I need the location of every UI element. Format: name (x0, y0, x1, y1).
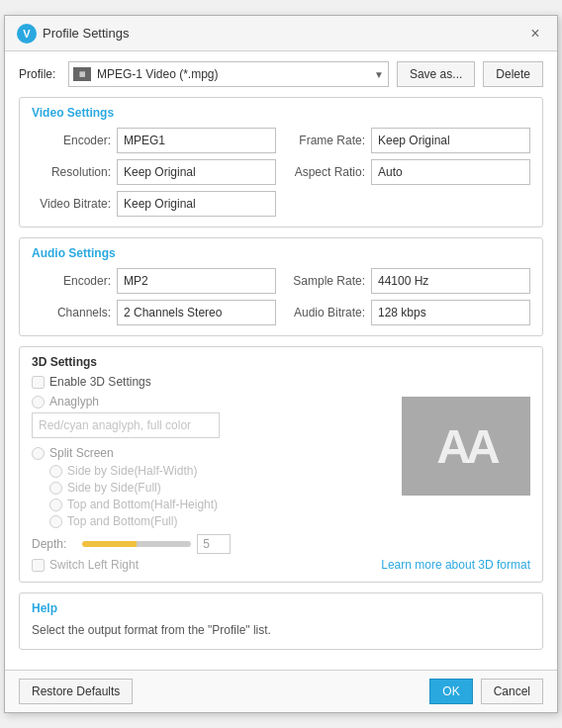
aspect-ratio-row: Aspect Ratio: Auto 4:3 16:9 (286, 159, 530, 185)
resolution-row: Resolution: Keep Original 1920x1080 1280… (32, 159, 276, 185)
enable-3d-row: Enable 3D Settings (32, 375, 530, 389)
save-as-button[interactable]: Save as... (397, 61, 475, 87)
sub-option-1-radio[interactable] (49, 465, 62, 478)
video-encoder-row: Encoder: MPEG1 MPEG2 H.264 (32, 128, 276, 153)
split-screen-row: Split Screen (32, 446, 371, 460)
sub-option-2-row: Side by Side(Full) (32, 481, 371, 495)
audio-bitrate-select[interactable]: 128 kbps 64 kbps 192 kbps 256 kbps (371, 300, 530, 325)
depth-slider[interactable] (82, 541, 191, 547)
aspect-ratio-control: Auto 4:3 16:9 (371, 159, 530, 185)
audio-bitrate-label: Audio Bitrate: (286, 306, 365, 319)
depth-row: Depth: (32, 534, 371, 554)
depth-label: Depth: (32, 537, 76, 551)
video-settings-title: Video Settings (32, 106, 530, 120)
sub-option-3-radio[interactable] (49, 499, 62, 511)
frame-rate-select[interactable]: Keep Original 24 fps 25 fps 30 fps (371, 128, 530, 153)
help-text: Select the output format from the "Profi… (32, 621, 530, 639)
channels-label: Channels: (32, 306, 111, 319)
anaglyph-label: Anaglyph (49, 395, 99, 409)
aspect-ratio-label: Aspect Ratio: (286, 165, 365, 179)
video-bitrate-control: Keep Original 1000 kbps 2000 kbps 4000 k… (117, 191, 276, 217)
sample-rate-row: Sample Rate: 44100 Hz 22050 Hz 11025 Hz (286, 268, 530, 294)
audio-bitrate-row: Audio Bitrate: 128 kbps 64 kbps 192 kbps… (286, 300, 530, 325)
profile-value: MPEG-1 Video (*.mpg) (97, 67, 370, 81)
resolution-select[interactable]: Keep Original 1920x1080 1280x720 640x480 (117, 159, 276, 185)
footer-right: OK Cancel (429, 679, 543, 704)
3d-right-panel: AA Learn more about 3D format (381, 395, 530, 572)
title-bar-left: V Profile Settings (17, 24, 129, 44)
title-bar: V Profile Settings × (5, 16, 557, 51)
audio-encoder-row: Encoder: MP2 MP3 AAC (32, 268, 276, 294)
video-empty-cell (286, 191, 530, 217)
cancel-button[interactable]: Cancel (481, 679, 543, 704)
frame-rate-label: Frame Rate: (286, 134, 365, 147)
switch-left-right-checkbox[interactable] (32, 559, 45, 572)
profile-row: Profile: ▦ MPEG-1 Video (*.mpg) ▼ Save a… (19, 61, 543, 87)
sub-option-3-row: Top and Bottom(Half-Height) (32, 498, 371, 511)
split-screen-radio[interactable] (32, 447, 45, 460)
ok-button[interactable]: OK (429, 679, 472, 704)
video-bitrate-label: Video Bitrate: (32, 197, 111, 211)
audio-settings-grid: Encoder: MP2 MP3 AAC Sample Rate: 4 (32, 268, 530, 325)
delete-button[interactable]: Delete (483, 61, 543, 87)
switch-left-right-row: Switch Left Right (32, 558, 371, 572)
video-encoder-label: Encoder: (32, 134, 111, 147)
video-encoder-control: MPEG1 MPEG2 H.264 (117, 128, 276, 153)
sub-option-1-row: Side by Side(Half-Width) (32, 464, 371, 478)
resolution-control: Keep Original 1920x1080 1280x720 640x480 (117, 159, 276, 185)
aspect-ratio-select[interactable]: Auto 4:3 16:9 (371, 159, 530, 185)
help-section: Help Select the output format from the "… (19, 592, 543, 650)
sample-rate-select[interactable]: 44100 Hz 22050 Hz 11025 Hz (371, 268, 530, 294)
audio-encoder-label: Encoder: (32, 274, 111, 288)
3d-body: Anaglyph Red/cyan anaglyph, full color S… (32, 395, 530, 572)
frame-rate-control: Keep Original 24 fps 25 fps 30 fps (371, 128, 530, 153)
enable-3d-checkbox[interactable] (32, 376, 45, 389)
restore-defaults-button[interactable]: Restore Defaults (19, 679, 133, 704)
sub-option-4-row: Top and Bottom(Full) (32, 514, 371, 528)
3d-settings-section: 3D Settings Enable 3D Settings Anaglyph … (19, 346, 543, 583)
video-settings-section: Video Settings Encoder: MPEG1 MPEG2 H.26… (19, 97, 543, 228)
profile-label: Profile: (19, 67, 60, 81)
sample-rate-control: 44100 Hz 22050 Hz 11025 Hz (371, 268, 530, 294)
help-title: Help (32, 601, 530, 615)
audio-settings-title: Audio Settings (32, 246, 530, 260)
resolution-label: Resolution: (32, 165, 111, 179)
sub-option-3-label: Top and Bottom(Half-Height) (67, 498, 218, 511)
video-settings-grid: Encoder: MPEG1 MPEG2 H.264 Frame Rate: (32, 128, 530, 217)
anaglyph-radio[interactable] (32, 396, 45, 409)
sub-option-4-label: Top and Bottom(Full) (67, 514, 177, 528)
frame-rate-row: Frame Rate: Keep Original 24 fps 25 fps … (286, 128, 530, 153)
profile-settings-dialog: V Profile Settings × Profile: ▦ MPEG-1 V… (4, 15, 558, 713)
3d-preview-text: AA (436, 419, 495, 474)
depth-spinbox[interactable] (197, 534, 231, 554)
anaglyph-type-select[interactable]: Red/cyan anaglyph, full color (32, 412, 220, 438)
channels-select[interactable]: 2 Channels Stereo 1 Channel Mono (117, 300, 276, 325)
audio-bitrate-control: 128 kbps 64 kbps 192 kbps 256 kbps (371, 300, 530, 325)
profile-dropdown-arrow: ▼ (374, 69, 384, 80)
dialog-title: Profile Settings (43, 26, 129, 41)
profile-select[interactable]: ▦ MPEG-1 Video (*.mpg) ▼ (68, 61, 389, 87)
mpeg-icon: ▦ (73, 67, 91, 81)
dialog-content: Profile: ▦ MPEG-1 Video (*.mpg) ▼ Save a… (5, 51, 557, 670)
enable-3d-label: Enable 3D Settings (49, 375, 151, 389)
switch-left-right-label: Switch Left Right (49, 558, 139, 572)
audio-settings-section: Audio Settings Encoder: MP2 MP3 AAC Sa (19, 237, 543, 336)
sub-option-2-radio[interactable] (49, 482, 62, 495)
anaglyph-row: Anaglyph (32, 395, 371, 409)
video-bitrate-select[interactable]: Keep Original 1000 kbps 2000 kbps 4000 k… (117, 191, 276, 217)
sub-option-1-label: Side by Side(Half-Width) (67, 464, 197, 478)
3d-left-panel: Anaglyph Red/cyan anaglyph, full color S… (32, 395, 371, 572)
audio-encoder-select[interactable]: MP2 MP3 AAC (117, 268, 276, 294)
sub-option-2-label: Side by Side(Full) (67, 481, 161, 495)
audio-encoder-control: MP2 MP3 AAC (117, 268, 276, 294)
video-encoder-select[interactable]: MPEG1 MPEG2 H.264 (117, 128, 276, 153)
close-button[interactable]: × (525, 24, 545, 44)
learn-more-row: Learn more about 3D format (381, 558, 530, 572)
3d-preview: AA (402, 397, 530, 496)
app-icon: V (17, 24, 37, 44)
channels-row: Channels: 2 Channels Stereo 1 Channel Mo… (32, 300, 276, 325)
split-screen-label: Split Screen (49, 446, 114, 460)
sub-option-4-radio[interactable] (49, 515, 62, 528)
learn-more-link[interactable]: Learn more about 3D format (381, 558, 530, 572)
video-bitrate-row: Video Bitrate: Keep Original 1000 kbps 2… (32, 191, 276, 217)
